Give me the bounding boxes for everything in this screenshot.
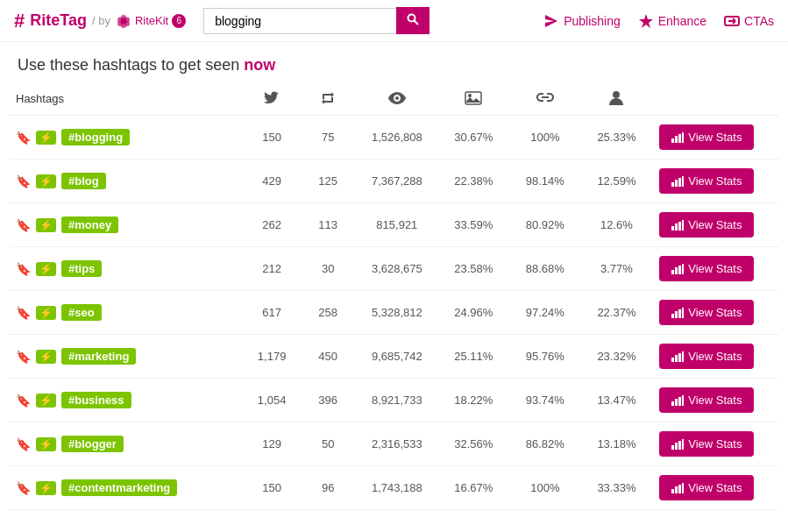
bookmark-icon-1[interactable]: 🔖 [16, 174, 31, 188]
view-stats-button-2[interactable]: View Stats [659, 212, 754, 238]
enhance-icon [638, 13, 654, 29]
search-input[interactable] [203, 8, 396, 34]
nav-publishing-label: Publishing [564, 14, 621, 28]
logo-hash-symbol: # [14, 10, 25, 32]
cell-link-3: 88.68% [509, 247, 581, 291]
cell-image-8: 16.67% [437, 466, 509, 510]
cell-retweet-7: 50 [300, 422, 356, 466]
cell-eye-0: 1,526,808 [356, 116, 437, 160]
cell-image-0: 30.67% [437, 116, 509, 160]
bar-chart-icon [671, 264, 684, 274]
view-stats-button-0[interactable]: View Stats [659, 124, 754, 150]
svg-line-8 [415, 21, 419, 25]
hashtag-tag-8[interactable]: #contentmarketing [61, 479, 177, 496]
col-header-twitter [244, 82, 300, 116]
cell-action-2: View Stats [652, 203, 779, 247]
svg-rect-42 [671, 401, 674, 406]
svg-rect-34 [671, 314, 674, 318]
bookmark-icon-2[interactable]: 🔖 [16, 218, 31, 232]
bookmark-icon-0[interactable]: 🔖 [16, 131, 31, 145]
cell-eye-8: 1,743,188 [356, 466, 437, 510]
cell-retweet-2: 113 [300, 203, 356, 247]
bookmark-icon-4[interactable]: 🔖 [16, 306, 31, 320]
col-header-eye [356, 82, 437, 116]
cell-eye-2: 815,921 [356, 203, 437, 247]
col-header-image [437, 82, 509, 116]
lightning-badge-7: ⚡ [36, 437, 56, 451]
nav-enhance[interactable]: Enhance [638, 13, 706, 29]
ritekit-flower-icon [116, 13, 131, 29]
cell-retweet-4: 258 [300, 291, 356, 335]
svg-rect-37 [682, 308, 684, 318]
subtitle-prefix: Use these hashtags to get seen [18, 56, 244, 74]
logo-name: RiteTag [30, 11, 87, 30]
table-row: 🔖 ⚡ #money 262 113 815,921 33.59% 80.92%… [9, 203, 779, 247]
svg-rect-47 [675, 443, 678, 450]
svg-rect-52 [678, 485, 681, 493]
hashtag-tag-5[interactable]: #marketing [61, 348, 136, 365]
hashtag-tag-4[interactable]: #seo [61, 304, 102, 321]
logo-area: # RiteTag / by RiteKit 6 [14, 10, 186, 32]
image-icon [465, 91, 482, 105]
lightning-badge-4: ⚡ [36, 306, 56, 320]
cell-hashtag-5: 🔖 ⚡ #marketing [9, 335, 244, 379]
ctas-icon [724, 13, 740, 29]
svg-marker-9 [545, 15, 557, 27]
hashtag-tag-6[interactable]: #business [61, 392, 131, 408]
bookmark-icon-8[interactable]: 🔖 [16, 481, 31, 495]
nav-publishing[interactable]: Publishing [543, 13, 621, 29]
view-stats-button-1[interactable]: View Stats [659, 168, 754, 194]
svg-rect-35 [675, 311, 678, 318]
by-text: / by [92, 14, 110, 27]
cell-action-6: View Stats [652, 379, 779, 422]
hashtag-tag-7[interactable]: #blogger [61, 436, 124, 452]
svg-rect-46 [671, 445, 674, 450]
ritekit-logo: RiteKit 6 [116, 13, 186, 29]
svg-rect-33 [682, 264, 684, 274]
svg-rect-19 [675, 136, 678, 143]
search-button[interactable] [396, 7, 429, 34]
lightning-badge-6: ⚡ [36, 394, 56, 408]
cell-retweet-3: 30 [300, 247, 356, 291]
svg-point-7 [408, 15, 415, 22]
table-row: 🔖 ⚡ #seo 617 258 5,328,812 24.96% 97.24%… [9, 291, 779, 335]
cell-twitter-5: 1,179 [244, 335, 300, 379]
svg-rect-18 [671, 138, 674, 143]
publishing-icon [543, 13, 559, 29]
table-row: 🔖 ⚡ #business 1,054 396 8,921,733 18.22%… [9, 379, 779, 422]
view-stats-button-8[interactable]: View Stats [659, 475, 754, 500]
col-header-action [652, 82, 779, 116]
bookmark-icon-5[interactable]: 🔖 [16, 350, 31, 364]
view-stats-button-4[interactable]: View Stats [659, 300, 754, 325]
cell-twitter-2: 262 [244, 203, 300, 247]
svg-point-6 [120, 18, 126, 24]
view-stats-button-6[interactable]: View Stats [659, 387, 754, 413]
hashtag-tag-2[interactable]: #money [61, 216, 118, 233]
svg-rect-23 [675, 180, 678, 187]
cell-link-1: 98.14% [509, 160, 581, 203]
svg-rect-36 [678, 309, 681, 318]
cell-retweet-0: 75 [300, 116, 356, 160]
svg-rect-20 [678, 134, 681, 143]
nav-ctas[interactable]: CTAs [724, 13, 774, 29]
hashtag-tag-1[interactable]: #blog [61, 173, 106, 189]
lightning-badge-5: ⚡ [36, 350, 56, 364]
hashtag-tag-0[interactable]: #blogging [61, 129, 130, 145]
retweet-icon [320, 91, 336, 105]
bookmark-icon-7[interactable]: 🔖 [16, 437, 31, 451]
bookmark-icon-3[interactable]: 🔖 [16, 262, 31, 276]
bookmark-icon-6[interactable]: 🔖 [16, 394, 31, 408]
view-stats-button-5[interactable]: View Stats [659, 344, 754, 369]
cell-link-4: 97.24% [509, 291, 581, 335]
svg-point-16 [468, 94, 472, 97]
cell-hashtag-3: 🔖 ⚡ #tips [9, 247, 244, 291]
cell-image-2: 33.59% [437, 203, 509, 247]
col-header-hashtags: Hashtags [9, 82, 244, 116]
bar-chart-icon [671, 308, 684, 318]
bar-chart-icon [671, 395, 684, 406]
hashtag-tag-3[interactable]: #tips [61, 260, 102, 277]
view-stats-button-7[interactable]: View Stats [659, 431, 754, 457]
ritekit-name: RiteKit [135, 14, 168, 27]
hashtag-table: Hashtags [9, 82, 779, 510]
view-stats-button-3[interactable]: View Stats [659, 256, 754, 281]
